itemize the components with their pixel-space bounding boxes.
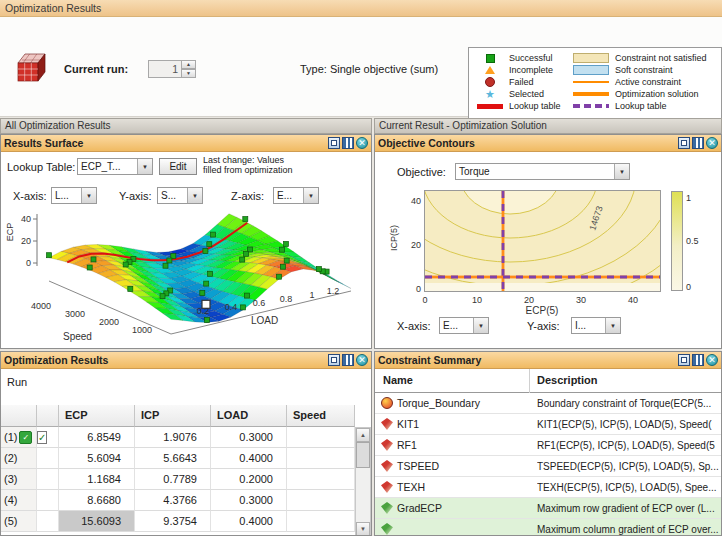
legend-label: Constraint not satisfied <box>615 53 707 63</box>
icp-cell[interactable]: 1.9076 <box>135 427 211 448</box>
dropdown-arrow-icon[interactable]: ▼ <box>137 159 152 174</box>
constraint-icon <box>381 460 393 472</box>
tile-view-icon[interactable] <box>342 137 354 149</box>
ecp-cell[interactable]: 15.6093 <box>59 511 135 532</box>
header-cell <box>1 405 37 427</box>
y-axis-dropdown[interactable]: S... ▼ <box>157 187 203 204</box>
spinner-down-icon[interactable]: ▼ <box>182 69 196 78</box>
close-icon[interactable]: ✕ <box>356 354 368 366</box>
table-row[interactable]: (5) 15.6093 9.3754 0.4000 <box>1 511 355 532</box>
constraint-description: Maximum row gradient of ECP over (L... <box>537 503 719 514</box>
scroll-up-icon[interactable]: ▲ <box>356 428 370 442</box>
maximize-icon[interactable] <box>328 137 340 149</box>
y-axis-dropdown-value: S... <box>158 188 187 203</box>
row-id: (1) <box>4 431 17 443</box>
ecp-cell[interactable]: 1.1684 <box>59 469 135 490</box>
dropdown-arrow-icon[interactable]: ▼ <box>187 188 202 203</box>
speed-tick: 3000 <box>61 309 89 319</box>
z-tick: 20 <box>17 236 31 246</box>
tile-view-icon[interactable] <box>692 137 704 149</box>
icp-cell[interactable]: 9.3754 <box>135 511 211 532</box>
load-cell[interactable]: 0.2000 <box>211 469 287 490</box>
ecp-cell[interactable]: 8.6680 <box>59 490 135 511</box>
window-title: Optimization Results <box>5 2 101 14</box>
last-change-line2: filled from optimization <box>203 165 293 175</box>
x-axis-label: X-axis: <box>397 320 431 332</box>
close-icon[interactable]: ✕ <box>706 354 718 366</box>
scrollbar-thumb[interactable] <box>356 442 370 468</box>
speed-cell[interactable] <box>287 490 355 511</box>
speed-cell[interactable] <box>287 469 355 490</box>
y-axis-dropdown[interactable]: I... ▼ <box>571 317 621 334</box>
right-section-header: Current Result - Optimization Solution <box>374 118 722 134</box>
objective-contours-panel: Objective Contours ✕ Objective: Torque ▼ <box>374 134 722 349</box>
icp-cell[interactable]: 0.7789 <box>135 469 211 490</box>
table-row[interactable]: (3) 1.1684 0.7789 0.2000 <box>1 469 355 490</box>
x-axis-dropdown-value: E... <box>440 318 473 333</box>
load-cell[interactable]: 0.4000 <box>211 511 287 532</box>
header-cell-ecp: ECP <box>59 405 135 427</box>
objective-contour-plot[interactable]: 14673 <box>425 191 660 291</box>
icp-cell[interactable]: 4.3766 <box>135 490 211 511</box>
constraint-row[interactable]: RF1 RF1(ECP(5), ICP(5), LOAD(5), Speed(5 <box>375 435 721 456</box>
contour-y-tick: 40 <box>407 196 421 206</box>
results-surface-plot[interactable] <box>1 206 372 349</box>
z-axis-dropdown[interactable]: E... ▼ <box>273 187 319 204</box>
objective-dropdown[interactable]: Torque ▼ <box>455 163 630 180</box>
speed-cell[interactable] <box>287 448 355 469</box>
results-surface-title-bar: Results Surface ✕ <box>1 135 371 152</box>
description-column-header: Description <box>537 374 598 386</box>
constraint-row[interactable]: TEXH TEXH(ECP(5), ICP(5), LOAD(5), Spee.… <box>375 477 721 498</box>
x-axis-dropdown[interactable]: L... ▼ <box>51 187 97 204</box>
table-row[interactable]: (1)✓ 6.8549 1.9076 0.3000 <box>1 427 355 448</box>
legend-label: Successful <box>509 53 553 63</box>
constraint-row[interactable]: TSPEED TSPEED(ECP(5), ICP(5), LOAD(5), S… <box>375 456 721 477</box>
close-icon[interactable]: ✕ <box>356 137 368 149</box>
run-label: Run <box>7 376 27 388</box>
maximize-icon[interactable] <box>678 354 690 366</box>
table-row[interactable]: (4) 8.6680 4.3766 0.3000 <box>1 490 355 511</box>
header-cell-load: LOAD <box>211 405 287 427</box>
tile-view-icon[interactable] <box>342 354 354 366</box>
constraint-row[interactable]: GradECP Maximum row gradient of ECP over… <box>375 498 721 519</box>
spinner-up-icon[interactable]: ▲ <box>182 60 196 69</box>
maximize-icon[interactable] <box>678 137 690 149</box>
maximize-icon[interactable] <box>328 354 340 366</box>
close-icon[interactable]: ✕ <box>706 137 718 149</box>
dropdown-arrow-icon[interactable]: ▼ <box>81 188 96 203</box>
optimization-solution-marker-icon <box>573 92 609 96</box>
x-axis-dropdown[interactable]: E... ▼ <box>439 317 489 334</box>
speed-tick: 4000 <box>27 301 55 311</box>
icp-cell[interactable]: 5.6643 <box>135 448 211 469</box>
dropdown-arrow-icon[interactable]: ▼ <box>303 188 318 203</box>
load-cell[interactable]: 0.3000 <box>211 427 287 448</box>
constraint-row[interactable]: KIT1 KIT1(ECP(5), ICP(5), LOAD(5), Speed… <box>375 414 721 435</box>
tile-view-icon[interactable] <box>692 354 704 366</box>
dropdown-arrow-icon[interactable]: ▼ <box>614 164 629 179</box>
load-tick: 1.2 <box>323 286 343 296</box>
constraint-row[interactable]: Maximum column gradient of ECP over... <box>375 519 721 536</box>
speed-cell[interactable] <box>287 427 355 448</box>
current-run-value[interactable]: 1 <box>148 60 182 78</box>
table-row[interactable]: (2) 5.6094 5.6643 0.4000 <box>1 448 355 469</box>
ecp-cell[interactable]: 5.6094 <box>59 448 135 469</box>
ecp-cell[interactable]: 6.8549 <box>59 427 135 448</box>
accept-checkbox[interactable] <box>37 431 47 444</box>
constraint-icon <box>381 481 393 493</box>
z-axis-dropdown-value: E... <box>274 188 303 203</box>
dropdown-arrow-icon[interactable]: ▼ <box>473 318 488 333</box>
edit-button[interactable]: Edit <box>159 158 197 175</box>
legend-label: Lookup table <box>509 101 561 111</box>
selected-marker-icon: ★ <box>485 90 495 99</box>
constraint-row[interactable]: Torque_Boundary Boundary constraint of T… <box>375 393 721 414</box>
scroll-down-icon[interactable]: ▼ <box>356 522 370 536</box>
table-scrollbar[interactable]: ▲ ▼ <box>355 427 371 536</box>
load-cell[interactable]: 0.4000 <box>211 448 287 469</box>
contour-x-axis-title: ECP(5) <box>512 305 572 316</box>
load-cell[interactable]: 0.3000 <box>211 490 287 511</box>
constraint-icon <box>381 439 393 451</box>
lookup-table-dropdown[interactable]: ECP_T... ▼ <box>77 158 153 175</box>
speed-cell[interactable] <box>287 511 355 532</box>
dropdown-arrow-icon[interactable]: ▼ <box>605 318 620 333</box>
current-run-spinner[interactable]: 1 ▲ ▼ <box>148 60 196 78</box>
